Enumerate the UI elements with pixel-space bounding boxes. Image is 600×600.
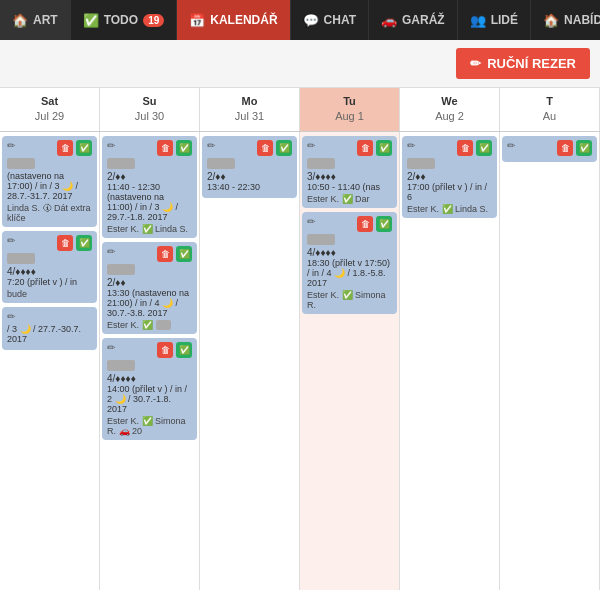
nav-calendar[interactable]: 📅 KALENDÁŘ (177, 0, 290, 40)
nav-offers-label: NABÍDKY (564, 13, 600, 27)
event-guests: 2/♦♦ (107, 171, 192, 182)
event-sat-3: ✏ 🗑 ✅ 4/♦♦♦♦ 7:20 (přílet v ) / in bude (2, 231, 97, 303)
home-icon: 🏠 (12, 13, 28, 28)
edit-icon[interactable]: ✏ (7, 235, 15, 251)
delete-button[interactable]: 🗑 (357, 140, 373, 156)
edit-icon[interactable]: ✏ (507, 140, 515, 156)
col-mon: ✏ 🗑 ✅ 2/♦♦ 13:40 - 22:30 (200, 132, 300, 590)
edit-icon[interactable]: ✏ (307, 216, 315, 232)
event-tue-2: ✏ 🗑 ✅ 4/♦♦♦♦ 18:30 (přílet v 17:50) / in… (302, 212, 397, 314)
nav-people[interactable]: 👥 LIDÉ (458, 0, 531, 40)
event-name (7, 253, 35, 264)
check-button[interactable]: ✅ (176, 140, 192, 156)
event-name (307, 158, 335, 169)
edit-icon[interactable]: ✏ (407, 140, 415, 156)
nav-todo-label: TODO (104, 13, 138, 27)
nav-chat-label: CHAT (324, 13, 356, 27)
event-tue-1: ✏ 🗑 ✅ 3/♦♦♦♦ 10:50 - 11:40 (nas Ester K.… (302, 136, 397, 208)
event-name (207, 158, 235, 169)
nav-calendar-label: KALENDÁŘ (210, 13, 277, 27)
check-button[interactable]: ✅ (376, 216, 392, 232)
delete-button[interactable]: 🗑 (157, 342, 173, 358)
event-guests: 3/♦♦♦♦ (307, 171, 392, 182)
event-name (7, 158, 35, 169)
nav-art-label: ART (33, 13, 58, 27)
calendar-body: ✏ 🗑 ✅ (nastaveno na 17:00) / in / 3 🌙 / … (0, 132, 600, 590)
nav-garage-label: GARÁŽ (402, 13, 445, 27)
reserve-label: RUČNÍ REZER (487, 56, 576, 71)
col-header-mon: Mo Jul 31 (200, 88, 300, 131)
edit-icon[interactable]: ✏ (207, 140, 215, 156)
event-staff: Ester K. ✅ Simona R. 🚗 20 (107, 416, 192, 436)
nav-garage[interactable]: 🚗 GARÁŽ (369, 0, 458, 40)
edit-icon[interactable]: ✏ (307, 140, 315, 156)
calendar-header: Sat Jul 29 Su Jul 30 Mo Jul 31 Tu Aug 1 … (0, 88, 600, 132)
delete-button[interactable]: 🗑 (457, 140, 473, 156)
event-guests: 2/♦♦ (407, 171, 492, 182)
col-thu: ✏ 🗑 ✅ (500, 132, 600, 590)
check-button[interactable]: ✅ (76, 140, 92, 156)
event-mon-1: ✏ 🗑 ✅ 2/♦♦ 13:40 - 22:30 (202, 136, 297, 198)
event-time: 13:30 (nastaveno na 21:00) / in / 4 🌙 / … (107, 288, 192, 318)
event-time: 10:50 - 11:40 (nas (307, 182, 392, 192)
event-guests: 2/♦♦ (107, 277, 192, 288)
chat-icon: 💬 (303, 13, 319, 28)
delete-button[interactable]: 🗑 (357, 216, 373, 232)
event-wed-1: ✏ 🗑 ✅ 2/♦♦ 17:00 (přílet v ) / in / 6 Es… (402, 136, 497, 218)
event-time: 7:20 (přílet v ) / in (7, 277, 92, 287)
event-staff: Ester K. ✅ Linda S. (107, 224, 192, 234)
event-sun-3: ✏ 🗑 ✅ 4/♦♦♦♦ 14:00 (přílet v ) / in / 2 … (102, 338, 197, 440)
nav-people-label: LIDÉ (491, 13, 518, 27)
check-button[interactable]: ✅ (576, 140, 592, 156)
col-header-tue: Tu Aug 1 (300, 88, 400, 131)
check-button[interactable]: ✅ (376, 140, 392, 156)
event-time: (nastaveno na 17:00) / in / 3 🌙 / 28.7.-… (7, 171, 92, 201)
manual-reserve-button[interactable]: ✏ RUČNÍ REZER (456, 48, 590, 79)
event-staff: Linda S. 🛈 Dát extra klíče (7, 203, 92, 223)
event-guests: 4/♦♦♦♦ (307, 247, 392, 258)
check-button[interactable]: ✅ (176, 246, 192, 262)
event-sat-4: ✏ / 3 🌙 / 27.7.-30.7. 2017 (2, 307, 97, 350)
event-staff: Ester K. ✅ Simona R. (307, 290, 392, 310)
delete-button[interactable]: 🗑 (57, 140, 73, 156)
check-button[interactable]: ✅ (276, 140, 292, 156)
edit-icon[interactable]: ✏ (107, 140, 115, 156)
event-name (307, 234, 335, 245)
col-header-sun: Su Jul 30 (100, 88, 200, 131)
event-name (107, 264, 135, 275)
delete-button[interactable]: 🗑 (257, 140, 273, 156)
col-header-sat: Sat Jul 29 (0, 88, 100, 131)
nav-chat[interactable]: 💬 CHAT (291, 0, 369, 40)
todo-badge: 19 (143, 14, 164, 27)
delete-button[interactable]: 🗑 (157, 246, 173, 262)
col-sun: ✏ 🗑 ✅ 2/♦♦ 11:40 - 12:30 (nastaveno na 1… (100, 132, 200, 590)
event-time: 13:40 - 22:30 (207, 182, 292, 192)
edit-icon[interactable]: ✏ (7, 311, 15, 322)
nav-offers[interactable]: 🏠 NABÍDKY (531, 0, 600, 40)
col-header-wed: We Aug 2 (400, 88, 500, 131)
event-time: 18:30 (přílet v 17:50) / in / 4 🌙 / 1.8.… (307, 258, 392, 288)
check-button[interactable]: ✅ (476, 140, 492, 156)
todo-icon: ✅ (83, 13, 99, 28)
col-wed: ✏ 🗑 ✅ 2/♦♦ 17:00 (přílet v ) / in / 6 Es… (400, 132, 500, 590)
nav-art[interactable]: 🏠 ART (0, 0, 71, 40)
event-time: 14:00 (přílet v ) / in / 2 🌙 / 30.7.-1.8… (107, 384, 192, 414)
edit-icon[interactable]: ✏ (107, 246, 115, 262)
edit-icon[interactable]: ✏ (107, 342, 115, 358)
event-sun-2: ✏ 🗑 ✅ 2/♦♦ 13:30 (nastaveno na 21:00) / … (102, 242, 197, 334)
delete-button[interactable]: 🗑 (557, 140, 573, 156)
col-sat: ✏ 🗑 ✅ (nastaveno na 17:00) / in / 3 🌙 / … (0, 132, 100, 590)
edit-icon[interactable]: ✏ (7, 140, 15, 156)
car-icon: 🚗 (381, 13, 397, 28)
event-staff: bude (7, 289, 92, 299)
delete-button[interactable]: 🗑 (157, 140, 173, 156)
toolbar: ✏ RUČNÍ REZER (0, 40, 600, 88)
check-button[interactable]: ✅ (76, 235, 92, 251)
event-guests: 2/♦♦ (207, 171, 292, 182)
nav-todo[interactable]: ✅ TODO 19 (71, 0, 178, 40)
check-button[interactable]: ✅ (176, 342, 192, 358)
event-time: 17:00 (přílet v ) / in / 6 (407, 182, 492, 202)
delete-button[interactable]: 🗑 (57, 235, 73, 251)
event-staff: Ester K. ✅ (107, 320, 192, 330)
event-time: 11:40 - 12:30 (nastaveno na 11:00) / in … (107, 182, 192, 222)
